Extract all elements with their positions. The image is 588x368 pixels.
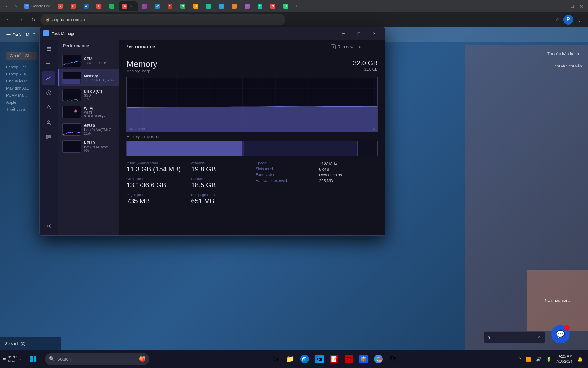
run-new-task-button[interactable]: Run new task bbox=[327, 43, 365, 51]
tab-favicon-12: S bbox=[193, 4, 198, 9]
tab-8[interactable]: S bbox=[138, 1, 150, 11]
taskbar-app-dropbox[interactable]: 📦 bbox=[357, 352, 370, 366]
taskbar-app-chrome[interactable] bbox=[371, 352, 385, 366]
tab-10[interactable]: S bbox=[164, 1, 176, 11]
tm-minimize[interactable]: ─ bbox=[337, 29, 351, 38]
tab-favicon-5: E bbox=[96, 4, 101, 9]
tab-17[interactable]: S bbox=[254, 1, 266, 11]
browser-close[interactable]: ✕ bbox=[577, 2, 586, 10]
back-button[interactable]: ← bbox=[4, 15, 13, 25]
sidebar-btn-settings[interactable] bbox=[42, 219, 55, 233]
network-icon[interactable]: 📶 bbox=[524, 352, 533, 366]
sidebar-btn-app-history[interactable] bbox=[42, 86, 55, 100]
profile-button[interactable]: P bbox=[564, 15, 573, 25]
tab-18[interactable]: S bbox=[267, 1, 279, 11]
popup-close-button[interactable]: ✕ bbox=[536, 334, 542, 340]
tab-19[interactable]: S bbox=[280, 1, 292, 11]
npu-item-info: NPU 0 Intel(R) AI Boost 0% bbox=[84, 141, 115, 152]
bookmark-button[interactable]: ☆ bbox=[552, 15, 562, 25]
more-options-button[interactable]: ⋯ bbox=[369, 42, 379, 52]
sidebar-btn-details[interactable] bbox=[42, 130, 55, 144]
committed-label: Committed bbox=[126, 177, 184, 181]
tab-nav-forward[interactable]: › bbox=[12, 2, 20, 10]
sidebar-btn-menu[interactable]: ☰ bbox=[42, 42, 55, 56]
perf-item-memory[interactable]: Memory 11.8/31.6 GB (37%) bbox=[58, 69, 119, 86]
svg-rect-10 bbox=[46, 135, 47, 136]
tab-9[interactable]: W bbox=[151, 1, 163, 11]
composition-bar bbox=[126, 141, 378, 156]
browser-minimize[interactable]: ─ bbox=[559, 2, 567, 10]
browser-maximize[interactable]: □ bbox=[568, 2, 576, 10]
svg-rect-6 bbox=[46, 65, 51, 65]
menu-button[interactable]: ⋮ bbox=[575, 15, 584, 25]
tab-13[interactable]: S bbox=[202, 1, 215, 11]
taskbar-app-file-explorer[interactable]: 🗂 bbox=[269, 352, 282, 366]
tab-googlechrome[interactable]: G Google Chr bbox=[21, 1, 54, 11]
sidebar-btn-processes[interactable] bbox=[42, 57, 55, 70]
tab-6[interactable]: E bbox=[106, 1, 118, 11]
tm-maximize[interactable]: □ bbox=[352, 29, 366, 38]
tab-bar: ‹ › G Google Chr Y G A E E A ✕ S W bbox=[0, 0, 588, 12]
battery-icon[interactable]: 🔋 bbox=[544, 352, 553, 366]
tm-close[interactable]: ✕ bbox=[367, 29, 381, 38]
hw-reserved-label: Hardware reserved: bbox=[256, 178, 314, 183]
tab-15[interactable]: S bbox=[228, 1, 240, 11]
taskbar-app-antivirus[interactable]: 🛡 bbox=[342, 352, 356, 366]
sidebar-btn-startup[interactable] bbox=[42, 101, 55, 114]
start-area bbox=[24, 353, 43, 365]
time-date-button[interactable]: 6:25 AM 7/10/2024 bbox=[554, 352, 574, 366]
graph-label-60s: 60 seconds bbox=[129, 127, 146, 131]
perf-item-wifi[interactable]: Wi-Fi Wi-Fi S: 0 R: 0 Kbps bbox=[58, 104, 119, 121]
stat-speed-block: Speed: 7467 MHz Slots used: 8 of 8 Form … bbox=[256, 161, 378, 205]
taskbar-app-edge[interactable]: 🌊 bbox=[298, 352, 311, 366]
taskbar-app-store[interactable]: 🛍 bbox=[313, 352, 326, 366]
tab-12[interactable]: S bbox=[190, 1, 202, 11]
taskbar-search[interactable]: 🔍 Search 🍑 bbox=[45, 353, 149, 365]
forward-button[interactable]: → bbox=[16, 15, 26, 25]
tab-favicon-active: A bbox=[122, 4, 127, 9]
refresh-button[interactable]: ↻ bbox=[28, 15, 38, 25]
sidebar-btn-users[interactable] bbox=[42, 116, 55, 129]
tab-14[interactable]: S bbox=[215, 1, 228, 11]
taskbar-app-notes[interactable]: 📝 bbox=[327, 352, 341, 366]
perf-item-npu[interactable]: NPU 0 Intel(R) AI Boost 0% bbox=[58, 138, 119, 155]
tab-nav-back[interactable]: ‹ bbox=[2, 2, 11, 10]
wifi-detail2: S: 0 R: 0 Kbps bbox=[84, 114, 115, 118]
weather-info: 35°C Mưa nhỏ bbox=[8, 355, 22, 363]
nav-menu-icon[interactable]: ☰ DANH MỤC bbox=[6, 31, 36, 38]
perf-item-disk[interactable]: Disk 0 (C:) SSD 1% bbox=[58, 86, 119, 104]
info-popup: ✕ n bbox=[484, 331, 545, 343]
sidebar-btn-performance[interactable] bbox=[42, 71, 55, 85]
address-bar[interactable]: 🔒 anphatpc.com.vn bbox=[40, 14, 285, 25]
tab-close-active[interactable]: ✕ bbox=[129, 4, 134, 9]
svg-rect-21 bbox=[63, 141, 81, 152]
memory-detail: 11.8/31.6 GB (37%) bbox=[84, 78, 115, 82]
disk-name: Disk 0 (C:) bbox=[84, 89, 115, 94]
hidden-icons-button[interactable]: ^ bbox=[517, 352, 523, 366]
search-placeholder: Search bbox=[57, 357, 71, 362]
tab-16[interactable]: S bbox=[241, 1, 253, 11]
tab-3[interactable]: G bbox=[67, 1, 79, 11]
tm-titlebar: Task Manager ─ □ ✕ bbox=[40, 27, 385, 40]
comp-free bbox=[357, 141, 377, 156]
perf-item-cpu[interactable]: CPU 13% 3.01 GHz bbox=[58, 52, 119, 69]
tab-anphatpc[interactable]: A ✕ bbox=[119, 1, 138, 11]
chat-widget[interactable]: 💬 1 bbox=[551, 325, 570, 343]
volume-icon[interactable]: 🔊 bbox=[534, 352, 543, 366]
weather-widget[interactable]: 🌧 35°C Mưa nhỏ bbox=[0, 355, 24, 363]
new-tab-button[interactable]: + bbox=[292, 2, 301, 10]
in-use-value: 11.3 GB (154 MB) bbox=[126, 165, 184, 173]
form-label: Form factor: bbox=[256, 173, 314, 177]
compare-label[interactable]: So sánh (0) bbox=[5, 341, 25, 346]
taskbar-app-folder[interactable]: 📁 bbox=[283, 352, 297, 366]
taskbar-app-maps[interactable]: 🗺 bbox=[386, 352, 400, 366]
tab-5[interactable]: E bbox=[93, 1, 105, 11]
gpu-name: GPU 0 bbox=[84, 124, 115, 128]
run-task-label: Run new task bbox=[337, 44, 362, 49]
start-button[interactable] bbox=[27, 353, 40, 365]
notification-button[interactable]: 🔔 bbox=[575, 352, 584, 366]
tab-2[interactable]: Y bbox=[54, 1, 66, 11]
tab-11[interactable]: S bbox=[177, 1, 189, 11]
perf-item-gpu[interactable]: GPU 0 Intel(R) Arc(TM) Graph... 11% bbox=[58, 121, 119, 138]
tab-4[interactable]: A bbox=[80, 1, 92, 11]
